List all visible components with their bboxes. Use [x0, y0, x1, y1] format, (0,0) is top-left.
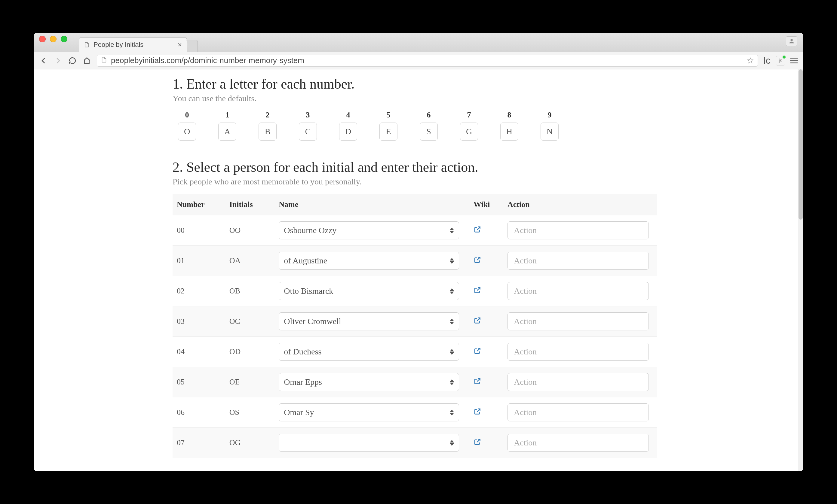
name-value: of Duchess	[284, 347, 321, 356]
sort-icon	[450, 379, 454, 385]
action-input[interactable]	[507, 312, 649, 330]
extension-js-icon[interactable]: js	[776, 56, 785, 66]
back-button[interactable]	[39, 56, 48, 65]
name-select[interactable]	[279, 434, 459, 452]
svg-point-0	[790, 39, 793, 41]
name-value: of Augustine	[284, 256, 327, 265]
cell-number: 06	[173, 397, 225, 428]
window-controls	[39, 36, 67, 42]
letter-map: 0123456789	[178, 111, 657, 141]
cell-number: 05	[173, 367, 225, 397]
home-button[interactable]	[83, 56, 91, 65]
action-input[interactable]	[507, 434, 649, 452]
letter-input[interactable]	[259, 123, 277, 141]
cell-number: 00	[173, 216, 225, 246]
tab-title: People by Initials	[93, 41, 143, 49]
header-name: Name	[274, 194, 469, 216]
letter-input[interactable]	[178, 123, 196, 141]
digit-label: 8	[507, 111, 511, 119]
wiki-link-icon[interactable]	[474, 409, 481, 417]
action-input[interactable]	[507, 373, 649, 391]
name-select[interactable]: Omar Epps	[279, 373, 459, 391]
letter-input[interactable]	[218, 123, 236, 141]
menu-button[interactable]	[790, 58, 798, 63]
letter-input[interactable]	[299, 123, 317, 141]
action-input[interactable]	[507, 343, 649, 361]
forward-button[interactable]	[54, 56, 63, 65]
header-initials: Initials	[225, 194, 274, 216]
table-row: 05OEOmar Epps	[173, 367, 657, 397]
digit-label: 1	[226, 111, 229, 119]
sort-icon	[450, 440, 454, 446]
address-bar[interactable]: peoplebyinitials.com/p/dominic-number-me…	[97, 55, 758, 67]
cell-number: 07	[173, 428, 225, 458]
action-input[interactable]	[507, 282, 649, 300]
action-input[interactable]	[507, 221, 649, 239]
letter-input[interactable]	[540, 123, 558, 141]
letter-input[interactable]	[460, 123, 478, 141]
wiki-link-icon[interactable]	[474, 226, 481, 235]
extension-lc-icon[interactable]: lc	[763, 55, 771, 66]
table-row: 04ODof Duchess	[173, 337, 657, 367]
name-select[interactable]: of Duchess	[279, 343, 459, 361]
name-select[interactable]: of Augustine	[279, 252, 459, 270]
site-icon	[101, 56, 107, 65]
sort-icon	[450, 349, 454, 355]
letter-column: 4	[339, 111, 357, 141]
header-wiki: Wiki	[469, 194, 503, 216]
action-input[interactable]	[507, 252, 649, 270]
close-tab-button[interactable]: ×	[178, 40, 182, 49]
wiki-link-icon[interactable]	[474, 257, 481, 265]
wiki-link-icon[interactable]	[474, 287, 481, 296]
name-select[interactable]: Osbourne Ozzy	[279, 221, 459, 239]
minimize-window-button[interactable]	[50, 36, 56, 42]
letter-column: 7	[460, 111, 478, 141]
name-select[interactable]: Omar Sy	[279, 404, 459, 422]
wiki-link-icon[interactable]	[474, 378, 481, 387]
page-viewport: 1. Enter a letter for each number. You c…	[34, 69, 803, 471]
name-select[interactable]: Oliver Cromwell	[279, 312, 459, 330]
digit-label: 4	[346, 111, 350, 119]
name-select[interactable]: Otto Bismarck	[279, 282, 459, 300]
maximize-window-button[interactable]	[61, 36, 67, 42]
scrollbar[interactable]	[798, 69, 803, 471]
extension-area: lc js	[763, 55, 798, 66]
letter-input[interactable]	[339, 123, 357, 141]
action-input[interactable]	[507, 404, 649, 422]
people-table: Number Initials Name Wiki Action 00OOOsb…	[173, 194, 657, 458]
reload-button[interactable]	[68, 56, 77, 65]
letter-column: 9	[540, 111, 558, 141]
new-tab-button[interactable]	[186, 40, 198, 52]
letter-column: 5	[379, 111, 397, 141]
name-value: Omar Sy	[284, 408, 314, 417]
digit-label: 9	[548, 111, 552, 119]
header-number: Number	[173, 194, 225, 216]
wiki-link-icon[interactable]	[474, 317, 481, 326]
sort-icon	[450, 409, 454, 416]
cell-initials: OE	[225, 367, 274, 397]
wiki-link-icon[interactable]	[474, 348, 481, 356]
cell-number: 02	[173, 276, 225, 306]
bookmark-button[interactable]: ☆	[747, 56, 754, 66]
name-value: Omar Epps	[284, 377, 322, 387]
digit-label: 2	[266, 111, 270, 119]
cell-initials: OG	[225, 428, 274, 458]
digit-label: 6	[427, 111, 431, 119]
table-row: 03OCOliver Cromwell	[173, 306, 657, 337]
table-row: 06OSOmar Sy	[173, 397, 657, 428]
wiki-link-icon[interactable]	[474, 439, 481, 448]
cell-initials: OS	[225, 397, 274, 428]
close-window-button[interactable]	[39, 36, 46, 42]
profile-button[interactable]	[786, 36, 797, 46]
step2-title: 2. Select a person for each initial and …	[173, 159, 657, 175]
header-action: Action	[503, 194, 657, 216]
toolbar: peoplebyinitials.com/p/dominic-number-me…	[34, 52, 803, 69]
browser-tab[interactable]: People by Initials ×	[79, 37, 187, 52]
letter-input[interactable]	[500, 123, 518, 141]
scrollbar-thumb[interactable]	[799, 69, 803, 220]
letter-input[interactable]	[420, 123, 438, 141]
cell-number: 03	[173, 306, 225, 337]
letter-column: 6	[420, 111, 438, 141]
digit-label: 7	[467, 111, 471, 119]
letter-input[interactable]	[379, 123, 397, 141]
